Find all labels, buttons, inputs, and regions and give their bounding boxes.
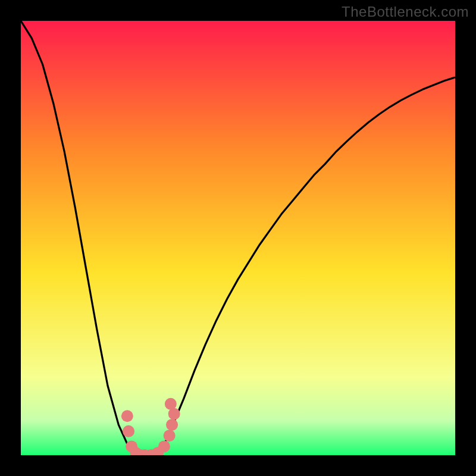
- curve-marker: [165, 398, 177, 410]
- watermark-text: TheBottleneck.com: [342, 4, 469, 20]
- curve-marker: [121, 410, 133, 422]
- gradient-background: [21, 21, 455, 455]
- plot-area: [21, 21, 455, 455]
- chart-frame: TheBottleneck.com: [0, 0, 476, 476]
- curve-marker: [158, 440, 170, 452]
- curve-marker: [164, 430, 176, 441]
- plot-svg: [21, 21, 455, 455]
- curve-marker: [166, 419, 178, 431]
- curve-marker: [123, 425, 134, 437]
